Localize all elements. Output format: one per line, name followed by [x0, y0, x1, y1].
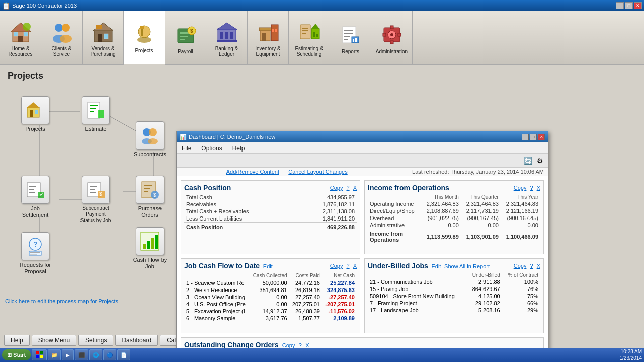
ifo-label-1: Operating Income: [368, 200, 421, 207]
nav-administration-label: Administration: [376, 49, 408, 54]
ub-x[interactable]: X: [537, 263, 540, 269]
svg-rect-60: [398, 33, 401, 36]
pm-estimate[interactable]: Estimate: [75, 96, 116, 132]
taskbar-item-1[interactable]: [32, 349, 47, 360]
start-button[interactable]: ⊞ Start: [2, 349, 31, 360]
jcf-x[interactable]: X: [353, 263, 357, 269]
pm-projects[interactable]: Projects: [15, 96, 55, 132]
cp-label-3: Total Cash + Receivables: [184, 208, 296, 215]
ub-copy[interactable]: Copy: [514, 263, 527, 269]
nav-administration[interactable]: Administration: [371, 11, 413, 65]
pm-subcontracts[interactable]: Subcontracts: [130, 121, 170, 158]
pm-purchase-orders[interactable]: $ PurchaseOrders: [130, 176, 170, 219]
title-bar: 📋 Sage 100 Contractor 2013 _ □ ✕: [0, 0, 644, 11]
clients-icon: [50, 20, 74, 44]
oco-copy[interactable]: Copy: [282, 342, 295, 348]
svg-rect-34: [271, 25, 278, 41]
pm-job-settlement[interactable]: ✓ JobSettlement: [15, 176, 55, 219]
income-x[interactable]: X: [537, 185, 540, 191]
svg-rect-38: [302, 28, 308, 29]
oco-q[interactable]: ?: [299, 342, 302, 348]
nav-reports[interactable]: Reports: [330, 11, 371, 65]
maximize-button[interactable]: □: [625, 2, 633, 9]
nav-payroll[interactable]: $ Payroll: [165, 11, 206, 65]
dashboard-button[interactable]: Dashboard: [115, 335, 158, 346]
cash-position-q[interactable]: ?: [346, 185, 349, 191]
ub-q[interactable]: ?: [530, 263, 533, 269]
minimize-button[interactable]: _: [616, 2, 624, 9]
cash-position-copy[interactable]: Copy: [330, 185, 343, 191]
nav-estimating[interactable]: Estimating &Scheduling: [289, 11, 330, 65]
nav-clients[interactable]: Clients &Service: [41, 11, 83, 65]
under-billed-section: Under-Billed Jobs Edit Show All in Repor…: [364, 258, 544, 333]
income-copy[interactable]: Copy: [514, 185, 527, 191]
show-menu-button[interactable]: Show Menu: [32, 335, 76, 346]
taskbar-item-6[interactable]: 🔵: [103, 349, 116, 360]
jcf-col-net: Net Cash: [322, 272, 357, 279]
nav-vendors[interactable]: Vendors &Purchasing: [83, 11, 124, 65]
nav-banking[interactable]: Banking &Ledger: [206, 11, 248, 65]
refresh-icon[interactable]: 🔄: [523, 156, 533, 166]
svg-rect-82: [144, 185, 152, 186]
nav-home[interactable]: Home &Resources: [0, 11, 41, 65]
dash-close-button[interactable]: ✕: [538, 134, 545, 140]
ub-header-row: Under-Billed % of Contract: [368, 272, 540, 278]
pm-subcontract-payment-label: SubcontractPaymentStatus by Job: [80, 205, 111, 224]
dash-menu-help[interactable]: Help: [227, 143, 250, 153]
dash-minimize-button[interactable]: _: [522, 134, 529, 140]
svg-rect-96: [90, 192, 96, 193]
inventory-icon: [256, 20, 280, 44]
nav-projects[interactable]: Projects: [124, 11, 165, 65]
ub-val-4: 29,102.82: [467, 300, 502, 307]
cash-position-x[interactable]: X: [353, 185, 357, 191]
income-header-row: This Month This Quarter This Year: [368, 194, 540, 200]
dash-menu-file[interactable]: File: [177, 143, 196, 153]
taskbar-item-5[interactable]: 🌐: [89, 349, 102, 360]
add-remove-content-link[interactable]: Add/Remove Content: [226, 169, 279, 175]
pm-projects-label: Projects: [25, 126, 45, 132]
pm-subcontract-payment[interactable]: $ SubcontractPaymentStatus by Job: [75, 176, 116, 224]
jcf-q[interactable]: ?: [346, 263, 349, 269]
jcf-edit-link[interactable]: Edit: [263, 263, 273, 269]
jcf-copy[interactable]: Copy: [330, 263, 343, 269]
taskbar-item-3[interactable]: ▶: [62, 349, 74, 360]
ub-pct-5: 29%: [502, 307, 540, 314]
ub-job-2: 15 - Paving Job: [368, 285, 467, 293]
nav-clients-label: Clients &Service: [51, 46, 71, 57]
svg-rect-47: [344, 33, 353, 34]
cp-label-4: Less Current Liabilities: [184, 215, 296, 223]
click-here-area: Click here to edit the process map for P…: [5, 298, 118, 304]
ub-pct-4: 66%: [502, 300, 540, 307]
pm-cash-flow[interactable]: Cash Flow byJob: [130, 227, 170, 270]
taskbar-item-7[interactable]: 📄: [117, 349, 130, 360]
svg-rect-73: [90, 105, 98, 106]
settings-button[interactable]: Settings: [78, 335, 113, 346]
ub-show-all-link[interactable]: Show All in Report: [444, 263, 490, 269]
ifo-label-3: Overhead: [368, 214, 421, 222]
ifo-val-1-2: 2,321,464.83: [461, 200, 501, 207]
help-button[interactable]: Help: [4, 335, 30, 346]
taskbar-item-4[interactable]: ⬛: [75, 349, 88, 360]
svg-rect-33: [262, 33, 266, 41]
settings-icon[interactable]: ⚙: [535, 156, 545, 166]
svg-point-18: [137, 37, 151, 43]
taskbar-time: 10:28 AM: [620, 348, 642, 355]
dash-menu-options[interactable]: Options: [196, 143, 227, 153]
svg-rect-46: [344, 30, 353, 31]
projects-icon: [132, 22, 156, 46]
taskbar-item-2[interactable]: 📁: [48, 349, 61, 360]
nav-inventory-label: Inventory &Equipment: [255, 46, 281, 57]
ub-edit-link[interactable]: Edit: [431, 263, 441, 269]
oco-x[interactable]: X: [305, 342, 309, 348]
home-icon: [9, 20, 33, 44]
ub-val-3: 4,125.00: [467, 293, 502, 300]
click-here-link[interactable]: Click here: [5, 298, 30, 304]
nav-inventory[interactable]: Inventory &Equipment: [248, 11, 289, 65]
pm-requests[interactable]: ? Requests forProposal: [15, 232, 55, 275]
dashboard-titlebar: 📊 Dashboard | C: Demo_Daniels new _ □ ✕: [177, 131, 548, 142]
cash-position-table: Total Cash 434,955.97 Receivables 1,876,…: [184, 194, 357, 231]
close-button[interactable]: ✕: [634, 2, 642, 9]
cancel-layout-link[interactable]: Cancel Layout Changes: [288, 169, 347, 175]
income-q[interactable]: ?: [530, 185, 533, 191]
dash-restore-button[interactable]: □: [530, 134, 537, 140]
